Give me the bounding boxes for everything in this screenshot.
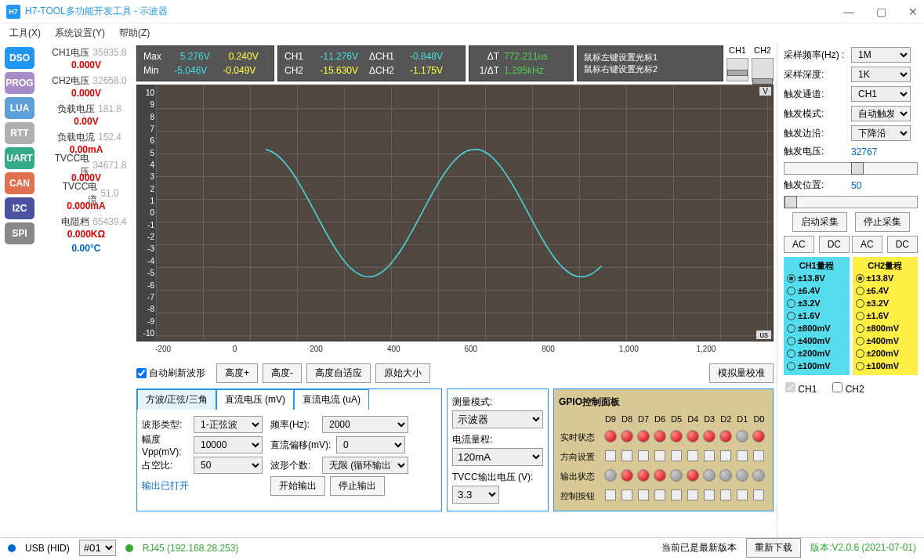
start-capture-button[interactable]: 启动采集 [792,212,847,232]
gpio-led [719,430,732,443]
range-option[interactable]: ±3.2V [856,297,915,309]
tedge-select[interactable]: 下降沿 [851,125,911,141]
maximize-icon[interactable]: ▢ [876,5,886,18]
nav-i2c[interactable]: I2C [5,197,34,219]
range-option[interactable]: ±13.8V [787,272,846,284]
meas-mode-select[interactable]: 示波器 [452,410,543,428]
ch1-dc-button[interactable]: DC [819,236,850,253]
ch1-pos-slider[interactable] [727,58,748,81]
irange-select[interactable]: 120mA [452,448,543,466]
gpio-ctrl-button[interactable] [704,490,715,500]
gpio-dir-button[interactable] [605,450,616,461]
tab-waveform[interactable]: 方波/正弦/三角 [137,389,216,410]
nav-uart[interactable]: UART [5,147,34,169]
nav-prog[interactable]: PROG [5,72,34,94]
range-option[interactable]: ±13.8V [856,272,915,284]
ch2-pos-slider[interactable] [752,58,774,81]
ch1-enable-checkbox[interactable]: CH1 [785,382,817,395]
start-output-button[interactable]: 开始输出 [270,476,325,496]
window-title: H7-TOOL多功能开发工具 - 示波器 [25,5,168,18]
gpio-dir-button[interactable] [621,450,632,461]
range-option[interactable]: ±400mV [787,334,846,347]
gpio-dir-button[interactable] [737,450,748,461]
gpio-ctrl-button[interactable] [687,490,698,500]
redownload-button[interactable]: 重新下载 [746,538,801,558]
gpio-dir-button[interactable] [753,450,764,461]
stop-output-button[interactable]: 停止输出 [330,476,385,496]
gpio-ctrl-button[interactable] [720,490,731,500]
gpio-dir-button[interactable] [654,450,665,461]
range-option[interactable]: ±1.6V [787,309,846,322]
gpio-ctrl-button[interactable] [753,490,764,500]
gpio-ctrl-button[interactable] [737,490,748,500]
count-select[interactable]: 无限 (循环输出) [322,457,408,474]
nav-spi[interactable]: SPI [5,222,34,244]
ch1v-label: CH1电压 [45,46,89,60]
range-option[interactable]: ±100mV [856,359,915,372]
srate-select[interactable]: 1M [851,47,911,63]
trigger-volt-slider[interactable] [784,162,918,175]
menu-tool[interactable]: 工具(X) [9,27,41,40]
sdepth-select[interactable]: 1K [851,67,911,82]
gpio-ctrl-button[interactable] [671,490,682,500]
tab-dcv[interactable]: 直流电压 (mV) [216,389,294,410]
offset-select[interactable]: 0 [336,436,405,453]
gpio-ctrl-button[interactable] [621,490,632,500]
range-option[interactable]: ±6.4V [856,284,915,297]
gpio-ctrl-button[interactable] [605,490,616,500]
tch-select[interactable]: CH1 [851,86,911,102]
stop-capture-button[interactable]: 停止采集 [855,212,910,232]
calib-button[interactable]: 模拟量校准 [709,363,774,383]
nav-lua[interactable]: LUA [5,97,34,119]
autorefresh-checkbox[interactable]: 自动刷新波形 [136,367,205,380]
gpio-ctrl-button[interactable] [638,490,649,500]
gpio-out-led [736,469,748,482]
orig-size-button[interactable]: 原始大小 [375,363,430,383]
ch1-ac-button[interactable]: AC [784,236,814,253]
gpio-dir-button[interactable] [687,450,698,461]
nav-rtt[interactable]: RTT [5,122,34,144]
height-minus-button[interactable]: 高度- [263,363,302,383]
range-option[interactable]: ±200mV [787,347,846,359]
gpio-out-led [703,469,716,482]
height-auto-button[interactable]: 高度自适应 [306,363,371,383]
trigger-pos-slider[interactable] [784,196,918,208]
range-option[interactable]: ±800mV [787,322,846,334]
ch2-enable-checkbox[interactable]: CH2 [832,382,864,395]
ch2-dc-button[interactable]: DC [887,236,918,253]
minimize-icon[interactable]: — [843,5,854,18]
range-option[interactable]: ±1.6V [856,309,915,322]
gpio-dir-button[interactable] [720,450,731,461]
vpp-select[interactable]: 10000 [194,436,263,453]
range-option[interactable]: ±100mV [787,359,846,372]
menu-sys[interactable]: 系统设置(Y) [55,27,105,40]
freq-select[interactable]: 2000 [322,416,408,433]
gpio-dir-button[interactable] [671,450,682,461]
gpio-led [670,430,683,443]
nav-can[interactable]: CAN [5,172,34,194]
gpio-ctrl-button[interactable] [654,490,665,500]
nav-dso[interactable]: DSO [5,47,34,69]
version-label: 版本:V2.0.6 (2021-07-01) [810,541,916,555]
gpio-dir-button[interactable] [638,450,649,461]
range-option[interactable]: ±400mV [856,334,915,347]
ch2-ac-button[interactable]: AC [852,236,882,253]
gpio-led [604,430,617,443]
range-option[interactable]: ±3.2V [787,297,846,309]
tab-dci[interactable]: 直流电流 (uA) [294,389,369,410]
range-option[interactable]: ±800mV [856,322,915,334]
range-option[interactable]: ±200mV [856,347,915,359]
tmode-select[interactable]: 自动触发 [851,106,911,121]
app-logo: H7 [6,5,20,19]
gpio-dir-button[interactable] [704,450,715,461]
tvcc-select[interactable]: 3.3 [452,486,499,504]
wave-type-select[interactable]: 1-正弦波 [194,416,263,433]
range-option[interactable]: ±6.4V [787,284,846,297]
height-plus-button[interactable]: 高度+ [216,363,258,383]
close-icon[interactable]: ✕ [908,5,918,18]
duty-select[interactable]: 50 [194,457,263,474]
gpio-title: GPIO控制面板 [559,394,768,410]
oscilloscope-plot[interactable]: 109876543210-1-2-3-4-5-6-7-8-9-10 V us [136,85,774,341]
menu-help[interactable]: 帮助(Z) [119,27,150,40]
device-index-select[interactable]: #01 [79,540,116,556]
